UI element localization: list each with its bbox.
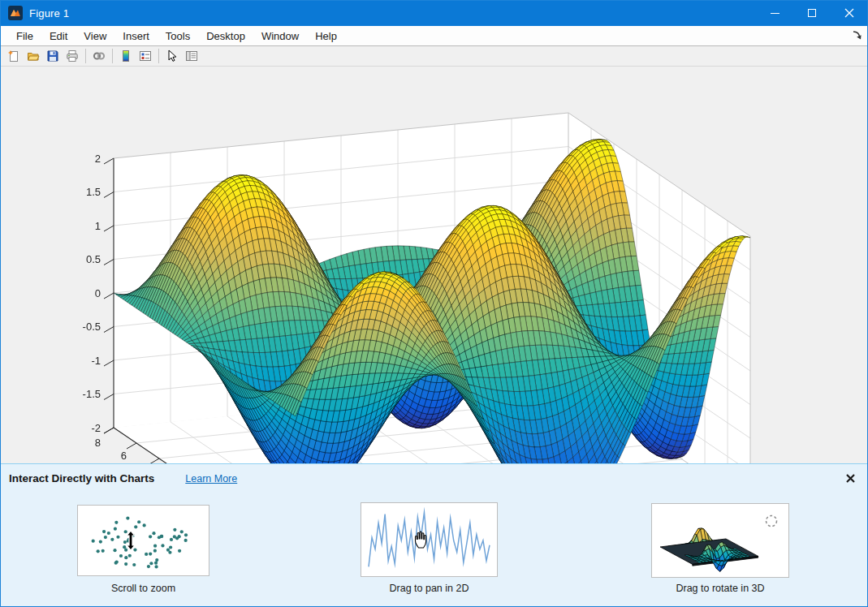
scroll-zoom-card: [77, 505, 209, 576]
print-figure-button[interactable]: [63, 48, 81, 65]
scatter-plot-thumbnail: [78, 506, 209, 575]
menu-file[interactable]: File: [8, 28, 41, 45]
figure-toolbar: [0, 46, 868, 67]
minimize-button[interactable]: [756, 0, 793, 26]
menu-window[interactable]: Window: [253, 28, 307, 45]
new-figure-button[interactable]: [5, 48, 23, 65]
menu-desktop[interactable]: Desktop: [198, 28, 253, 45]
line-plot-thumbnail: [361, 503, 497, 576]
banner-close-button[interactable]: [844, 471, 857, 484]
minimize-icon: [771, 13, 779, 14]
dock-figure-icon[interactable]: [852, 30, 862, 41]
banner-title: Interact Directly with Charts: [9, 472, 154, 484]
printer-icon: [66, 50, 79, 62]
edit-plot-button[interactable]: [163, 48, 181, 65]
menu-help[interactable]: Help: [307, 28, 345, 45]
rotate-3d-card: [651, 503, 789, 578]
new-figure-icon: [7, 50, 20, 62]
colorbar-icon: [119, 50, 132, 62]
close-icon: [845, 473, 856, 484]
scroll-zoom-caption: Scroll to zoom: [77, 583, 209, 594]
link-icon: [93, 50, 106, 62]
cursor-arrow-icon: [166, 50, 179, 62]
maximize-icon: [808, 9, 816, 17]
toolbar-separator: [158, 49, 159, 63]
pan-2d-card: [361, 502, 498, 577]
link-plot-button[interactable]: [90, 48, 108, 65]
open-folder-icon: [27, 50, 40, 62]
pan-2d-caption: Drag to pan in 2D: [361, 583, 498, 594]
interaction-banner: Interact Directly with Charts Learn More…: [0, 463, 868, 607]
titlebar: Figure 1: [0, 0, 868, 26]
open-property-inspector-button[interactable]: [183, 48, 201, 65]
menubar: File Edit View Insert Tools Desktop Wind…: [0, 26, 868, 46]
rotate-3d-caption: Drag to rotate in 3D: [651, 583, 789, 594]
learn-more-link[interactable]: Learn More: [185, 473, 237, 484]
save-icon: [46, 50, 59, 62]
property-inspector-icon: [185, 50, 198, 62]
save-figure-button[interactable]: [44, 48, 62, 65]
insert-legend-button[interactable]: [136, 48, 154, 65]
maximize-button[interactable]: [793, 0, 831, 26]
toolbar-separator: [85, 49, 86, 63]
menu-insert[interactable]: Insert: [114, 28, 158, 45]
menu-tools[interactable]: Tools: [158, 28, 198, 45]
figure-area: [0, 67, 868, 463]
close-icon: [844, 8, 854, 18]
insert-colorbar-button[interactable]: [117, 48, 135, 65]
toolbar-separator: [112, 49, 113, 63]
legend-icon: [139, 50, 152, 62]
open-file-button[interactable]: [24, 48, 42, 65]
close-button[interactable]: [831, 0, 868, 26]
mini-surface-thumbnail: [652, 504, 788, 577]
menu-edit[interactable]: Edit: [41, 28, 76, 45]
menu-view[interactable]: View: [76, 28, 114, 45]
surface-plot-canvas[interactable]: [0, 67, 868, 463]
matlab-logo-icon: [8, 6, 23, 20]
window-title: Figure 1: [29, 7, 69, 19]
